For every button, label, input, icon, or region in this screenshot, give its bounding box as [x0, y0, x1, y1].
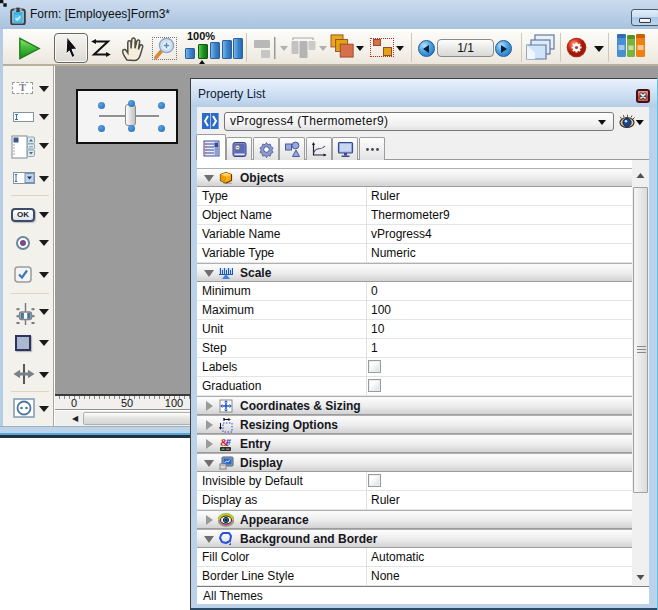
svg-text:#: #: [226, 437, 231, 447]
